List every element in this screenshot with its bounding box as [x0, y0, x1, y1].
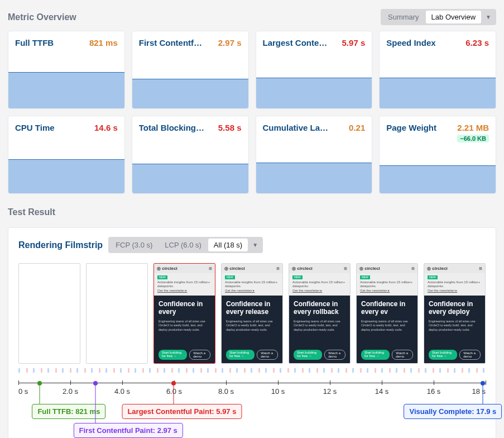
frame-headline: Confidence in every rollback — [294, 300, 345, 316]
frame-banner: NEWActionable insights from 15 million+ … — [424, 273, 485, 296]
filmstrip-tabs: FCP (3.0 s) LCP (6.0 s) All (18 s) ▼ — [108, 237, 263, 253]
brand-logo: ◎ circleci — [224, 266, 245, 271]
frame-banner: NEWActionable insights from 15 million+ … — [222, 273, 282, 296]
metric-sparkline — [256, 137, 372, 193]
metric-delta-badge: −66.0 KB — [457, 135, 489, 142]
metric-cards-grid: Full TTFB821 msFirst Contentful …2.97 sL… — [8, 31, 496, 194]
metric-sparkline — [8, 137, 124, 193]
filmstrip-frame[interactable]: ◎ circleci≡NEWActionable insights from 1… — [289, 263, 351, 364]
filmstrip-frame[interactable]: ◎ circleci≡NEWActionable insights from 1… — [424, 263, 486, 364]
metric-name: Page Weight — [386, 123, 436, 132]
cta-secondary: Watch a demo — [459, 350, 481, 360]
filmstrip-frame[interactable]: ◎ circleci≡NEWActionable insights from 1… — [221, 263, 283, 364]
frame-headline: Confidence in every release — [226, 300, 278, 316]
timeline-tick — [70, 380, 71, 385]
menu-icon: ≡ — [411, 265, 415, 272]
frame-header: ◎ circleci≡ — [424, 264, 485, 273]
menu-icon: ≡ — [209, 265, 212, 272]
timeline-marker-line — [483, 385, 483, 404]
timeline-tick-label: 6.0 s — [166, 387, 182, 396]
timeline-tick — [382, 380, 382, 385]
timeline-tick-label: 8.0 s — [218, 387, 234, 396]
metric-card[interactable]: CPU Time14.6 s — [8, 116, 125, 194]
filmstrip-frame[interactable]: ◎ circleci≡NEWActionable insights from 1… — [356, 263, 418, 364]
filmstrip-title: Rendering Filmstrip — [18, 240, 103, 250]
filmstrip-header: Rendering Filmstrip FCP (3.0 s) LCP (6.0… — [18, 237, 486, 253]
timeline-axis — [18, 383, 486, 383]
metric-card[interactable]: Cumulative Layou…0.21 — [256, 116, 373, 194]
timeline-tick — [18, 380, 19, 385]
timeline-tick — [330, 380, 330, 385]
frame-headline: Confidence in every ev — [361, 300, 413, 316]
timeline-marker-line — [40, 385, 40, 404]
frame-banner: NEWActionable insights from 15 million+ … — [154, 273, 215, 296]
brand-logo: ◎ circleci — [359, 266, 380, 271]
chevron-down-icon[interactable]: ▼ — [249, 240, 261, 250]
tab-fcp[interactable]: FCP (3.0 s) — [110, 239, 158, 251]
timeline-tick — [122, 380, 123, 385]
timeline-marker-line — [173, 385, 174, 404]
filmstrip-frame[interactable] — [18, 263, 80, 364]
metric-card[interactable]: First Contentful …2.97 s — [132, 31, 249, 109]
timeline-marker-label[interactable]: Visually Complete: 17.9 s — [404, 404, 502, 419]
frame-subtext: Engineering teams of all sizes use Circl… — [361, 320, 413, 332]
frame-hero: Confidence in everyEngineering teams of … — [154, 296, 215, 363]
tab-all[interactable]: All (18 s) — [208, 239, 248, 251]
timeline-marker-line — [95, 385, 96, 423]
menu-icon: ≡ — [276, 265, 280, 272]
timeline-tick-label: 0 s — [18, 387, 28, 396]
metric-value: 6.23 s — [465, 38, 489, 47]
metric-value: 821 ms — [89, 38, 118, 47]
filmstrip-frame[interactable]: ◎ circleci≡NEWActionable insights from 1… — [153, 263, 215, 364]
metric-card[interactable]: Page Weight2.21 MB−66.0 KB — [379, 116, 496, 194]
metric-card[interactable]: Speed Index6.23 s — [379, 31, 496, 109]
cta-secondary: Watch a demo — [392, 350, 413, 360]
frame-hero: Confidence in every releaseEngineering t… — [222, 296, 282, 363]
tab-lab-overview[interactable]: Lab Overview — [426, 11, 481, 23]
timeline-tick-label: 4.0 s — [114, 387, 130, 396]
menu-icon: ≡ — [344, 265, 347, 272]
timeline-tick — [486, 380, 486, 385]
frame-header: ◎ circleci≡ — [289, 264, 350, 273]
frame-banner: NEWActionable insights from 15 million+ … — [357, 273, 417, 296]
cta-primary: Start building for free → — [294, 350, 322, 360]
frame-hero: Confidence in every rollbackEngineering … — [289, 296, 350, 363]
tab-summary[interactable]: Summary — [382, 11, 425, 23]
metric-value: 2.21 MB — [457, 123, 489, 132]
timeline: 0 s2.0 s4.0 s6.0 s8.0 s10 s12 s14 s16 s1… — [18, 375, 486, 434]
activity-tick-bar — [18, 368, 486, 373]
frame-subtext: Engineering teams of all sizes use Circl… — [226, 320, 278, 332]
brand-logo: ◎ circleci — [157, 266, 177, 271]
metric-card[interactable]: Total Blocking T…5.58 s — [132, 116, 249, 194]
metric-sparkline — [8, 52, 124, 108]
frame-header: ◎ circleci≡ — [357, 264, 417, 273]
metric-overview-title: Metric Overview — [8, 12, 76, 22]
frame-subtext: Engineering teams of all sizes use Circl… — [159, 320, 210, 332]
metric-sparkline — [380, 147, 496, 193]
metric-value: 5.58 s — [218, 123, 242, 132]
metric-overview-header: Metric Overview Summary Lab Overview ▼ — [8, 6, 496, 31]
cta-secondary: Watch a demo — [257, 350, 278, 360]
timeline-marker-label[interactable]: Largest Contentful Paint: 5.97 s — [122, 404, 242, 419]
filmstrip-frame[interactable] — [86, 263, 148, 364]
chevron-down-icon[interactable]: ▼ — [482, 12, 495, 22]
filmstrip-panel: Rendering Filmstrip FCP (3.0 s) LCP (6.0… — [8, 227, 496, 438]
brand-logo: ◎ circleci — [427, 266, 448, 271]
timeline-marker-label[interactable]: Full TTFB: 821 ms — [32, 404, 105, 419]
metric-sparkline — [132, 137, 248, 193]
timeline-tick-label: 14 s — [375, 387, 389, 396]
metric-card[interactable]: Full TTFB821 ms — [8, 31, 125, 109]
metric-card[interactable]: Largest Content…5.97 s — [256, 31, 373, 109]
test-result-header: Test Result — [8, 204, 496, 223]
timeline-tick — [278, 380, 279, 385]
timeline-marker-label[interactable]: First Contentful Paint: 2.97 s — [74, 423, 183, 438]
metric-name: Largest Content… — [263, 38, 330, 47]
menu-icon: ≡ — [479, 265, 482, 272]
frame-banner: NEWActionable insights from 15 million+ … — [289, 273, 350, 296]
metric-value: 14.6 s — [94, 123, 118, 132]
metric-name: Full TTFB — [15, 38, 54, 47]
frame-header: ◎ circleci≡ — [222, 264, 282, 273]
filmstrip-frames: ◎ circleci≡NEWActionable insights from 1… — [18, 263, 486, 364]
metric-name: Cumulative Layou… — [263, 123, 330, 132]
tab-lcp[interactable]: LCP (6.0 s) — [159, 239, 207, 251]
